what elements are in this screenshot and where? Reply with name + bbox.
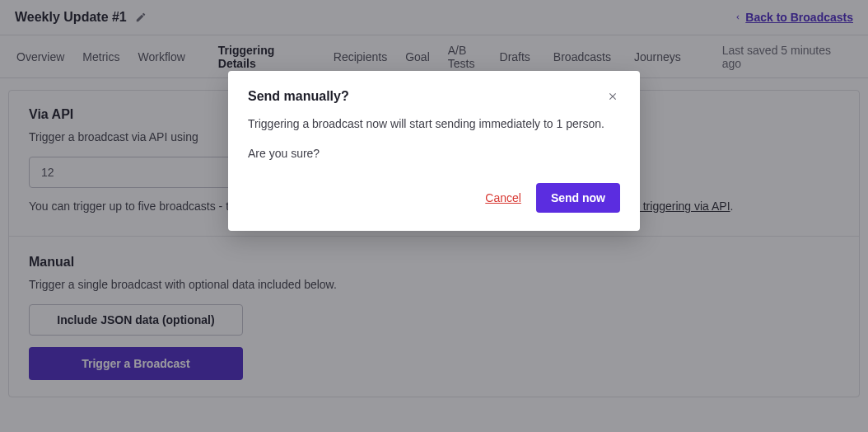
modal-line1: Triggering a broadcast now will start se… [248, 117, 620, 130]
send-manually-modal: Send manually? Triggering a broadcast no… [228, 71, 640, 231]
modal-header: Send manually? [248, 89, 620, 104]
modal-body: Triggering a broadcast now will start se… [248, 117, 620, 160]
send-now-button[interactable]: Send now [536, 183, 620, 213]
modal-close-button[interactable] [605, 89, 620, 104]
modal-title: Send manually? [248, 89, 349, 104]
modal-actions: Cancel Send now [248, 183, 620, 213]
cancel-button[interactable]: Cancel [485, 191, 521, 204]
modal-line2: Are you sure? [248, 147, 620, 160]
close-icon [607, 91, 618, 102]
modal-overlay[interactable]: Send manually? Triggering a broadcast no… [0, 0, 868, 432]
